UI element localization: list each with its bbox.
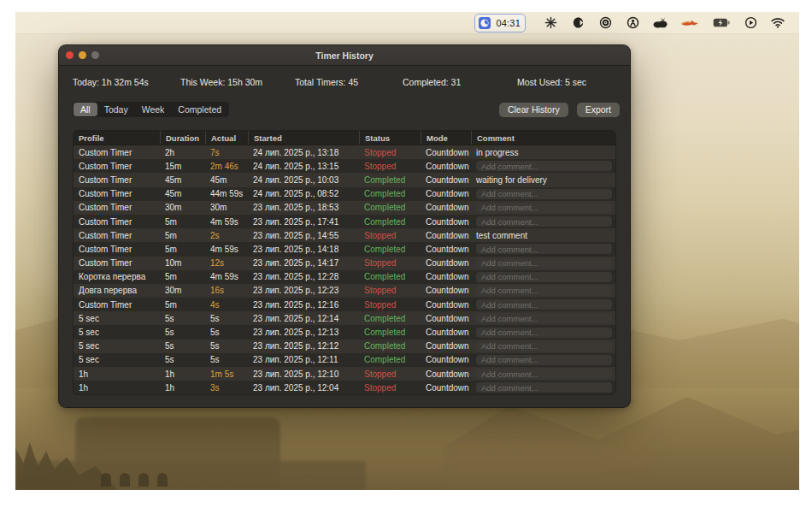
stats-bar: Today: 1h 32m 54s This Week: 15h 30m Tot…: [59, 77, 630, 87]
cell-duration: 15m: [160, 159, 205, 173]
table-row[interactable]: Custom Timer 5m 4m 59s 23 лип. 2025 р., …: [74, 215, 615, 228]
column-header-actual[interactable]: Actual: [205, 131, 248, 145]
comment-placeholder: Add comment...: [481, 383, 538, 393]
cloud-icon[interactable]: [652, 15, 668, 31]
zoom-button[interactable]: [91, 51, 99, 59]
table-row[interactable]: Довга перерва 30m 16s 23 лип. 2025 р., 1…: [74, 284, 615, 298]
table-body: Custom Timer 2h 7s 24 лип. 2025 р., 13:1…: [74, 145, 615, 394]
timer-history-window: Timer History Today: 1h 32m 54s This Wee…: [58, 44, 631, 408]
comment-input[interactable]: Add comment...: [476, 189, 612, 199]
cell-mode: Countdown: [421, 159, 471, 173]
comment-input[interactable]: Add comment...: [476, 161, 612, 171]
comment-placeholder: Add comment...: [481, 245, 538, 254]
cell-actual: 2m 46s: [205, 159, 248, 173]
clear-history-button[interactable]: Clear History: [499, 103, 568, 117]
cell-comment: Add comment...: [471, 215, 615, 228]
comment-input[interactable]: Add comment...: [476, 355, 612, 365]
comment-input[interactable]: Add comment...: [476, 286, 612, 296]
filter-completed[interactable]: Completed: [171, 103, 228, 116]
comment-input[interactable]: Add comment...: [476, 216, 612, 227]
table-row[interactable]: Custom Timer 45m 45m 24 лип. 2025 р., 10…: [74, 173, 615, 186]
column-header-mode[interactable]: Mode: [421, 131, 471, 145]
column-header-profile[interactable]: Profile: [74, 131, 160, 145]
cell-profile: 5 sec: [74, 325, 160, 339]
cell-mode: Countdown: [421, 215, 471, 228]
window-title: Timer History: [315, 50, 374, 61]
cell-duration: 5m: [160, 242, 205, 256]
comment-input[interactable]: Add comment...: [476, 258, 612, 269]
cell-duration: 5s: [160, 325, 205, 339]
close-button[interactable]: [66, 51, 74, 59]
cell-started: 23 лип. 2025 р., 12:11: [248, 353, 359, 367]
column-header-started[interactable]: Started: [248, 131, 359, 145]
table-row[interactable]: Коротка перерва 5m 4m 59s 23 лип. 2025 р…: [74, 270, 615, 284]
menubar-time: 04:31: [496, 18, 521, 28]
minimize-button[interactable]: [79, 51, 86, 59]
cell-started: 23 лип. 2025 р., 12:04: [248, 381, 359, 394]
table-row[interactable]: 1h 1h 3s 23 лип. 2025 р., 12:04 Stopped …: [74, 381, 615, 394]
column-header-duration[interactable]: Duration: [160, 131, 205, 145]
cell-profile: Custom Timer: [74, 298, 160, 311]
table-row[interactable]: 5 sec 5s 5s 23 лип. 2025 р., 12:11 Compl…: [74, 353, 615, 367]
comment-input[interactable]: Add comment...: [476, 203, 612, 213]
table-row[interactable]: Custom Timer 10m 12s 23 лип. 2025 р., 14…: [74, 257, 615, 270]
wifi-icon[interactable]: [770, 15, 786, 31]
battery-charging-icon[interactable]: [712, 15, 731, 31]
comment-text[interactable]: test comment: [476, 231, 527, 240]
comment-text[interactable]: waiting for delivery: [476, 175, 547, 185]
comment-input[interactable]: Add comment...: [476, 272, 612, 282]
table-row[interactable]: Custom Timer 30m 30m 23 лип. 2025 р., 18…: [74, 201, 615, 215]
cell-started: 23 лип. 2025 р., 12:16: [248, 298, 359, 311]
cell-started: 23 лип. 2025 р., 14:55: [248, 228, 359, 242]
cell-mode: Countdown: [421, 257, 471, 270]
comment-input[interactable]: Add comment...: [476, 382, 612, 393]
table-row[interactable]: Custom Timer 5m 4m 59s 23 лип. 2025 р., …: [74, 242, 615, 256]
table-row[interactable]: Custom Timer 45m 44m 59s 24 лип. 2025 р.…: [74, 187, 615, 201]
comment-text[interactable]: in progress: [476, 148, 518, 157]
cell-profile: 5 sec: [74, 353, 160, 367]
cell-status: Stopped: [359, 284, 421, 298]
title-bar[interactable]: Timer History: [59, 45, 630, 66]
export-button[interactable]: Export: [577, 103, 620, 117]
timer-menubar-widget[interactable]: 04:31: [474, 14, 526, 32]
table-row[interactable]: Custom Timer 5m 4s 23 лип. 2025 р., 12:1…: [74, 298, 615, 311]
comment-input[interactable]: Add comment...: [476, 341, 612, 351]
cell-started: 24 лип. 2025 р., 13:18: [248, 145, 359, 159]
cell-comment: test comment: [471, 228, 615, 242]
cell-profile: Коротка перерва: [74, 270, 160, 284]
cell-status: Completed: [359, 187, 421, 201]
comment-input[interactable]: Add comment...: [476, 313, 612, 323]
comment-input[interactable]: Add comment...: [476, 369, 612, 379]
cell-comment: Add comment...: [471, 311, 615, 325]
cell-status: Stopped: [359, 298, 421, 311]
cell-status: Completed: [359, 325, 421, 339]
filter-today[interactable]: Today: [97, 103, 135, 116]
table-row[interactable]: Custom Timer 15m 2m 46s 24 лип. 2025 р.,…: [74, 159, 615, 173]
cell-profile: Custom Timer: [74, 215, 160, 228]
cat-icon[interactable]: [570, 15, 585, 31]
table-row[interactable]: 5 sec 5s 5s 23 лип. 2025 р., 12:14 Compl…: [74, 311, 615, 325]
play-circle-icon[interactable]: [743, 15, 758, 31]
comment-input[interactable]: Add comment...: [476, 328, 612, 338]
table-row[interactable]: Custom Timer 2h 7s 24 лип. 2025 р., 13:1…: [74, 145, 615, 159]
cell-profile: 5 sec: [74, 340, 160, 353]
record-icon[interactable]: [597, 15, 613, 31]
filter-all[interactable]: All: [74, 103, 97, 116]
comment-input[interactable]: Add comment...: [476, 244, 612, 254]
filter-week[interactable]: Week: [135, 103, 172, 116]
table-row[interactable]: 5 sec 5s 5s 23 лип. 2025 р., 12:13 Compl…: [74, 325, 615, 339]
table-row[interactable]: 1h 1h 1m 5s 23 лип. 2025 р., 12:10 Stopp…: [74, 367, 615, 381]
cell-duration: 45m: [160, 187, 205, 201]
table-row[interactable]: Custom Timer 5m 2s 23 лип. 2025 р., 14:5…: [74, 228, 615, 242]
broadcast-icon[interactable]: [625, 15, 640, 31]
column-header-status[interactable]: Status: [359, 131, 421, 145]
menu-bar: 04:31: [15, 12, 799, 34]
cell-status: Completed: [359, 311, 421, 325]
fox-icon[interactable]: [680, 15, 700, 31]
comment-input[interactable]: Add comment...: [476, 299, 612, 310]
column-header-comment[interactable]: Comment: [471, 131, 615, 145]
sparkle-icon[interactable]: [543, 15, 558, 31]
cell-actual: 2s: [205, 228, 248, 242]
cell-profile: Custom Timer: [74, 159, 160, 173]
table-row[interactable]: 5 sec 5s 5s 23 лип. 2025 р., 12:12 Compl…: [74, 340, 615, 353]
